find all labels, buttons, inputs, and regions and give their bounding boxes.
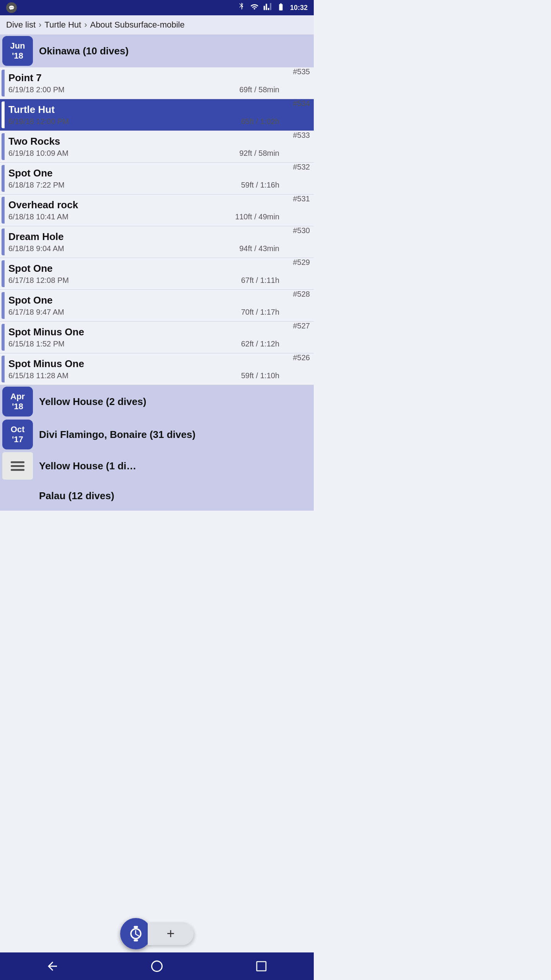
- dive-content: Dream Hole 6/18/18 9:04 AM 94ft / 43min: [5, 226, 283, 258]
- group-title-yellow-house: Yellow House (2 dives): [35, 396, 146, 408]
- dive-accent: [2, 165, 5, 192]
- dive-datetime: 6/17/18 9:47 AM: [8, 308, 64, 317]
- dive-list: Jun '18 Okinawa (10 dives) Point 7 6/19/…: [0, 34, 314, 511]
- dive-accent: [2, 292, 5, 319]
- dive-name: Spot Minus One: [8, 326, 279, 338]
- dive-content: Turtle Hut 6/19/18 12:00 PM 65ft / 1:02h: [5, 99, 283, 131]
- dive-number: #530: [283, 226, 314, 258]
- dive-name: Overhead rock: [8, 199, 279, 211]
- dive-details: 6/18/18 7:22 PM 59ft / 1:16h: [8, 181, 279, 189]
- dive-number: #529: [283, 258, 314, 289]
- dive-datetime: 6/18/18 9:04 AM: [8, 244, 64, 253]
- dive-accent: [2, 229, 5, 255]
- dive-name: Dream Hole: [8, 231, 279, 243]
- dive-item-535[interactable]: Point 7 6/19/18 2:00 PM 69ft / 58min #53…: [0, 67, 314, 99]
- dive-details: 6/15/18 11:28 AM 59ft / 1:10h: [8, 371, 279, 380]
- dive-item-533[interactable]: Two Rocks 6/19/18 10:09 AM 92ft / 58min …: [0, 131, 314, 163]
- dive-content: Spot Minus One 6/15/18 1:52 PM 62ft / 1:…: [5, 322, 283, 353]
- month-group-apr18[interactable]: Apr '18 Yellow House (2 dives): [0, 385, 314, 418]
- bluetooth-icon: [237, 3, 246, 13]
- dive-details: 6/18/18 10:41 AM 110ft / 49min: [8, 212, 279, 221]
- dive-item-530[interactable]: Dream Hole 6/18/18 9:04 AM 94ft / 43min …: [0, 226, 314, 258]
- time-display: 10:32: [290, 4, 308, 12]
- dive-name: Spot One: [8, 294, 279, 306]
- dive-content: Spot One 6/17/18 12:08 PM 67ft / 1:11h: [5, 258, 283, 289]
- dive-item-531[interactable]: Overhead rock 6/18/18 10:41 AM 110ft / 4…: [0, 194, 314, 226]
- dive-datetime: 6/17/18 12:08 PM: [8, 276, 69, 285]
- battery-icon: [276, 3, 286, 13]
- breadcrumb-sep-2: ›: [84, 20, 87, 30]
- dive-stats: 92ft / 58min: [239, 149, 279, 158]
- dive-name: Spot One: [8, 167, 279, 179]
- dive-number: #533: [283, 131, 314, 162]
- breadcrumb: Dive list › Turtle Hut › About Subsurfac…: [0, 15, 314, 34]
- status-bar-right: 10:32: [237, 3, 308, 13]
- dive-details: 6/17/18 9:47 AM 70ft / 1:17h: [8, 308, 279, 317]
- month-badge-apr18: Apr '18: [2, 387, 33, 416]
- dive-content: Point 7 6/19/18 2:00 PM 69ft / 58min: [5, 67, 283, 99]
- signal-icon: [263, 3, 272, 13]
- month-badge-oct17: Oct '17: [2, 420, 33, 449]
- dive-number: #532: [283, 163, 314, 194]
- breadcrumb-dive-list[interactable]: Dive list: [6, 20, 36, 30]
- breadcrumb-sep-1: ›: [39, 20, 41, 30]
- group-title-palau: Palau (12 dives): [35, 490, 114, 502]
- month-group-oct17[interactable]: Oct '17 Divi Flamingo, Bonaire (31 dives…: [0, 418, 314, 451]
- dive-details: 6/19/18 2:00 PM 69ft / 58min: [8, 85, 279, 94]
- breadcrumb-turtle-hut[interactable]: Turtle Hut: [44, 20, 81, 30]
- dive-datetime: 6/15/18 1:52 PM: [8, 340, 65, 348]
- dive-content: Two Rocks 6/19/18 10:09 AM 92ft / 58min: [5, 131, 283, 162]
- dive-number: #528: [283, 290, 314, 321]
- breadcrumb-about[interactable]: About Subsurface-mobile: [90, 20, 184, 30]
- month-badge-jun18: Jun '18: [2, 36, 33, 66]
- dive-datetime: 6/19/18 2:00 PM: [8, 85, 65, 94]
- dive-stats: 65ft / 1:02h: [241, 117, 279, 126]
- dive-accent: [2, 101, 5, 128]
- dive-accent: [2, 197, 5, 224]
- dive-item-532[interactable]: Spot One 6/18/18 7:22 PM 59ft / 1:16h #5…: [0, 163, 314, 194]
- month-group-jul[interactable]: Yellow House (1 di…: [0, 451, 314, 481]
- dive-item-526[interactable]: Spot Minus One 6/15/18 11:28 AM 59ft / 1…: [0, 353, 314, 385]
- dive-content: Spot One 6/18/18 7:22 PM 59ft / 1:16h: [5, 163, 283, 194]
- dive-item-527[interactable]: Spot Minus One 6/15/18 1:52 PM 62ft / 1:…: [0, 322, 314, 353]
- dive-stats: 94ft / 43min: [239, 244, 279, 253]
- dive-accent: [2, 70, 5, 96]
- dive-number: #535: [283, 67, 314, 99]
- hamburger-icon[interactable]: [9, 460, 26, 472]
- dive-stats: 59ft / 1:10h: [241, 371, 279, 380]
- dive-name: Spot One: [8, 263, 279, 274]
- dive-accent: [2, 260, 5, 287]
- dive-datetime: 6/15/18 11:28 AM: [8, 371, 68, 380]
- dive-item-534[interactable]: Turtle Hut 6/19/18 12:00 PM 65ft / 1:02h…: [0, 99, 314, 131]
- dive-name: Two Rocks: [8, 136, 279, 147]
- dive-number: #531: [283, 194, 314, 226]
- dive-item-529[interactable]: Spot One 6/17/18 12:08 PM 67ft / 1:11h #…: [0, 258, 314, 290]
- status-bar-left: 💬: [6, 2, 17, 13]
- dive-details: 6/15/18 1:52 PM 62ft / 1:12h: [8, 340, 279, 348]
- dive-details: 6/18/18 9:04 AM 94ft / 43min: [8, 244, 279, 253]
- dive-name: Point 7: [8, 72, 279, 84]
- dive-stats: 59ft / 1:16h: [241, 181, 279, 189]
- dive-stats: 110ft / 49min: [235, 212, 279, 221]
- status-bar: 💬 10:32: [0, 0, 314, 15]
- dive-name: Spot Minus One: [8, 358, 279, 370]
- dive-content: Spot Minus One 6/15/18 11:28 AM 59ft / 1…: [5, 353, 283, 385]
- group-title-yellow-house-1: Yellow House (1 di…: [35, 460, 136, 472]
- dive-content: Spot One 6/17/18 9:47 AM 70ft / 1:17h: [5, 290, 283, 321]
- dive-details: 6/19/18 12:00 PM 65ft / 1:02h: [8, 117, 279, 126]
- dive-accent: [2, 133, 5, 160]
- dive-number: #526: [283, 353, 314, 385]
- dive-number: #534: [283, 99, 314, 131]
- dive-datetime: 6/18/18 7:22 PM: [8, 181, 65, 189]
- month-group-palau[interactable]: Palau (12 dives): [0, 481, 314, 511]
- notification-icon: 💬: [6, 2, 17, 13]
- dive-details: 6/19/18 10:09 AM 92ft / 58min: [8, 149, 279, 158]
- group-title-divi-flamingo: Divi Flamingo, Bonaire (31 dives): [35, 429, 196, 441]
- month-group-jun18: Jun '18 Okinawa (10 dives): [0, 34, 314, 67]
- dive-item-528[interactable]: Spot One 6/17/18 9:47 AM 70ft / 1:17h #5…: [0, 290, 314, 322]
- dive-number: #527: [283, 322, 314, 353]
- dive-accent: [2, 356, 5, 382]
- dive-datetime: 6/19/18 12:00 PM: [8, 117, 69, 126]
- dive-stats: 69ft / 58min: [239, 85, 279, 94]
- dive-accent: [2, 324, 5, 351]
